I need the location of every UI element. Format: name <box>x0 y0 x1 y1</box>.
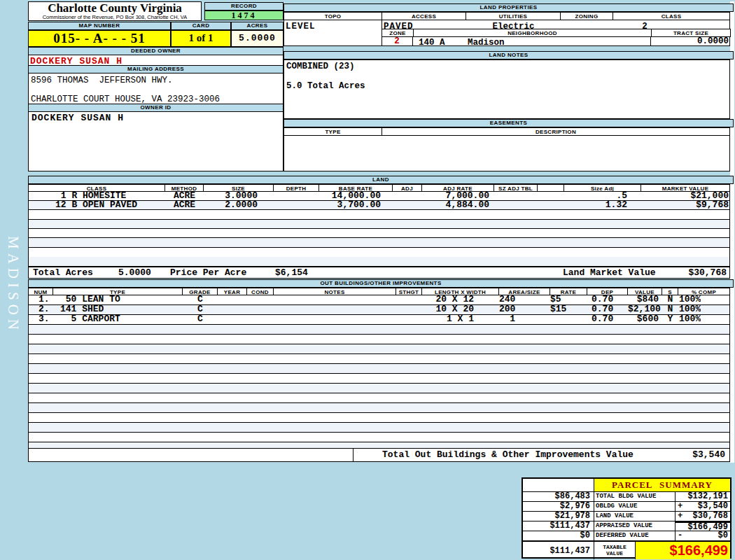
land-properties-header-row: TOPO ACCESS UTILITIES ZONING CLASS <box>284 12 730 20</box>
map-number-value: 015- - A- - - 51 <box>28 30 171 47</box>
county-subtitle: Commissioner of the Revenue, PO Box 308,… <box>29 15 201 20</box>
acres-label: ACRES <box>231 22 284 30</box>
land-adj-rate-header: ADJ RATE <box>422 185 494 191</box>
taxable-value: $166,499 <box>635 542 730 559</box>
land-totals-row: Total Acres 5.0000 Price Per Acre $6,154… <box>28 267 730 279</box>
ob-s: N <box>662 305 678 314</box>
outbuildings-total-divider <box>353 449 354 461</box>
parcel-summary-blank-cell <box>523 479 594 491</box>
summary-row-total-bldg: $86,483 TOTAL BLDG VALUE $132,191 <box>523 492 730 502</box>
land-market-value: $21,000 <box>641 192 731 200</box>
parcel-summary-header-row: PARCEL SUMMARY <box>523 479 730 492</box>
summary-label: DEFERRED VALUE <box>594 531 676 540</box>
land-adj-rate: 4,884.00 <box>422 201 494 209</box>
summary-row-deferred: $0 DEFERRED VALUE -$0 <box>523 531 730 541</box>
district-vertical-label: MADISON <box>4 236 22 334</box>
land-band: LAND <box>28 176 734 184</box>
summary-left-value: $0 <box>523 531 594 540</box>
easements-box: TYPE DESCRIPTION <box>284 127 730 172</box>
land-market-value: $9,768 <box>641 201 731 209</box>
taxable-label-cell: TAXABLE VALUE <box>594 542 635 559</box>
zone-label: ZONE <box>382 29 414 36</box>
mailing-address-label: MAILING ADDRESS <box>28 65 284 74</box>
land-adj-header: ADJ <box>393 185 422 191</box>
land-size-adj: .5 <box>564 192 641 200</box>
ob-grade-header: GRADE <box>183 288 218 295</box>
ob-grade: C <box>183 295 218 304</box>
zone-value: 2 <box>382 37 413 46</box>
acres-value: 5.0000 <box>231 30 284 47</box>
utilities-label: UTILITIES <box>466 13 561 20</box>
neighborhood-label: NEIGHBORHOOD <box>414 29 652 36</box>
land-adj-rate: 7,000.00 <box>422 192 494 200</box>
taxable-left-value: $111,437 <box>523 542 594 559</box>
land-class: 12 B OPEN PAVED <box>55 201 137 209</box>
zone-neighborhood-value-row: 2 140 A Madison 0.0000 <box>382 36 731 46</box>
total-acres-label: Total Acres <box>33 269 93 277</box>
taxable-label-line1: TAXABLE <box>594 544 635 550</box>
owner-id-value: DOCKERY SUSAN H <box>31 113 124 123</box>
parcel-summary: PARCEL SUMMARY $86,483 TOTAL BLDG VALUE … <box>522 477 732 559</box>
zoning-label: ZONING <box>561 13 613 20</box>
land-notes-band: LAND NOTES <box>284 51 734 59</box>
taxable-label-line2: VALUE <box>594 550 635 556</box>
neighborhood-name: Madison <box>468 38 505 48</box>
ob-cond-header: COND <box>247 288 274 295</box>
summary-left-value: $2,976 <box>523 502 594 511</box>
summary-right-value: $0 <box>718 531 728 540</box>
outbuildings-empty-rows <box>28 325 730 448</box>
property-record-card: MADISON Charlotte County Virginia Commis… <box>0 0 735 560</box>
land-empty-rows <box>28 210 730 267</box>
ob-pct-comp: 100% <box>679 305 701 314</box>
ob-rate: $5 <box>550 295 587 304</box>
outbuilding-row-2: 2. 141 SHED C 10 X 20 200 $15 0.70 $2,10… <box>28 305 730 315</box>
land-size: 2.0000 <box>204 201 274 209</box>
summary-right-cell: $132,191 <box>676 492 730 501</box>
price-per-acre-label: Price Per Acre <box>170 269 246 277</box>
land-method-header: METHOD <box>165 185 204 191</box>
outbuildings-total-row: Total Out Buildings & Other Improvements… <box>28 448 730 462</box>
ob-value: $2,100 <box>628 305 662 314</box>
ob-grade: C <box>183 305 218 314</box>
summary-left-value: $86,483 <box>523 492 594 501</box>
land-base-rate-header: BASE RATE <box>319 185 393 191</box>
record-value: 1474 <box>204 10 284 20</box>
ob-type: 141 SHED <box>60 305 104 314</box>
land-market-value-header: MARKET VALUE <box>641 185 729 191</box>
ob-dep-header: DEP <box>587 288 628 295</box>
land-row-2: 12 B OPEN PAVED ACRE 2.0000 3,700.00 4,8… <box>28 201 730 210</box>
ob-value-header: VALUE <box>628 288 662 295</box>
land-class: 1 R HOMESITE <box>55 192 126 200</box>
land-size-adj: 1.32 <box>564 201 641 209</box>
ob-value: $840 <box>628 295 662 304</box>
ob-num: 2. <box>38 305 50 314</box>
easements-header-row: TYPE DESCRIPTION <box>284 127 730 136</box>
summary-right-cell: +$30,768 <box>676 512 730 521</box>
outbuildings-band: OUT BUILDINGS/OTHER IMPROVEMENTS <box>28 279 734 288</box>
land-depth-header: DEPTH <box>274 185 319 191</box>
land-sz-adj-tbl-header: SZ ADJ TBL <box>494 185 538 191</box>
ob-pct-comp: 100% <box>679 295 701 304</box>
address-line1: 8596 THOMAS JEFFERSON HWY. <box>31 76 173 85</box>
record-label: RECORD <box>204 2 284 10</box>
land-size-adj-header: Size Adj <box>564 185 641 191</box>
ob-year-header: YEAR <box>218 288 247 295</box>
outbuildings-total-value: $3,540 <box>692 451 725 459</box>
ob-type-header: TYPE <box>53 288 183 295</box>
ob-grade: C <box>183 315 218 323</box>
summary-row-land: $21,978 LAND VALUE +$30,768 <box>523 512 730 522</box>
summary-label: LAND VALUE <box>594 512 676 521</box>
land-properties-box: TOPO ACCESS UTILITIES ZONING CLASS LEVEL… <box>284 12 730 46</box>
ob-dep: 0.70 <box>592 295 613 304</box>
land-note-line2: 5.0 Total Acres <box>286 81 365 91</box>
summary-prefix: + <box>678 502 682 511</box>
address-line2: CHARLOTTE COURT HOUSE, VA 23923-3006 <box>31 94 220 104</box>
summary-row-appraised: $111,437 APPRAISED VALUE $166,499 <box>523 522 730 531</box>
land-method: ACRE <box>165 201 204 209</box>
total-acres-value: 5.0000 <box>118 269 151 277</box>
land-base-rate: 14,000.00 <box>319 192 393 200</box>
ob-num: 3. <box>38 315 50 323</box>
summary-label: TOTAL BLDG VALUE <box>594 492 676 501</box>
land-size-header: SIZE <box>204 185 274 191</box>
ob-pct-comp-header: % COMP <box>678 288 729 295</box>
